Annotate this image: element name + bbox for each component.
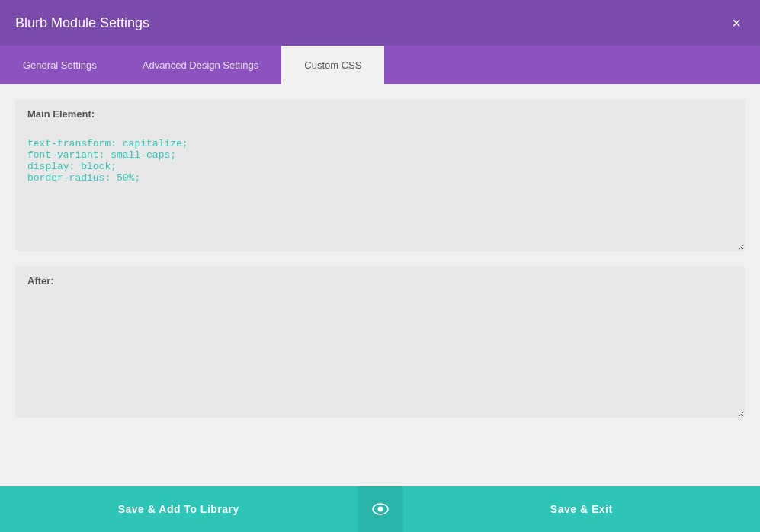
after-textarea[interactable]: [15, 296, 745, 418]
eye-toggle-button[interactable]: [358, 486, 403, 532]
main-element-section: Main Element: text-transform: capitalize…: [15, 99, 745, 251]
eye-icon: [372, 503, 389, 515]
svg-point-1: [377, 507, 383, 512]
after-section: After:: [15, 266, 745, 418]
after-label: After:: [15, 266, 745, 296]
tabs-bar: General Settings Advanced Design Setting…: [0, 46, 760, 84]
modal-header: Blurb Module Settings ×: [0, 0, 760, 46]
modal-content: Main Element: text-transform: capitalize…: [0, 84, 760, 486]
tab-general-settings[interactable]: General Settings: [0, 46, 120, 84]
modal-footer: Save & Add To Library Save & Exit: [0, 486, 760, 532]
tab-custom-css[interactable]: Custom CSS: [281, 46, 384, 84]
close-button[interactable]: ×: [728, 11, 745, 34]
modal-wrapper: Blurb Module Settings × General Settings…: [0, 0, 760, 532]
main-element-textarea[interactable]: text-transform: capitalize; font-variant…: [15, 129, 745, 251]
main-element-label: Main Element:: [15, 99, 745, 129]
modal-title: Blurb Module Settings: [15, 15, 149, 31]
save-exit-button[interactable]: Save & Exit: [403, 486, 761, 532]
tab-advanced-design-settings[interactable]: Advanced Design Settings: [120, 46, 281, 84]
save-add-to-library-button[interactable]: Save & Add To Library: [0, 486, 358, 532]
